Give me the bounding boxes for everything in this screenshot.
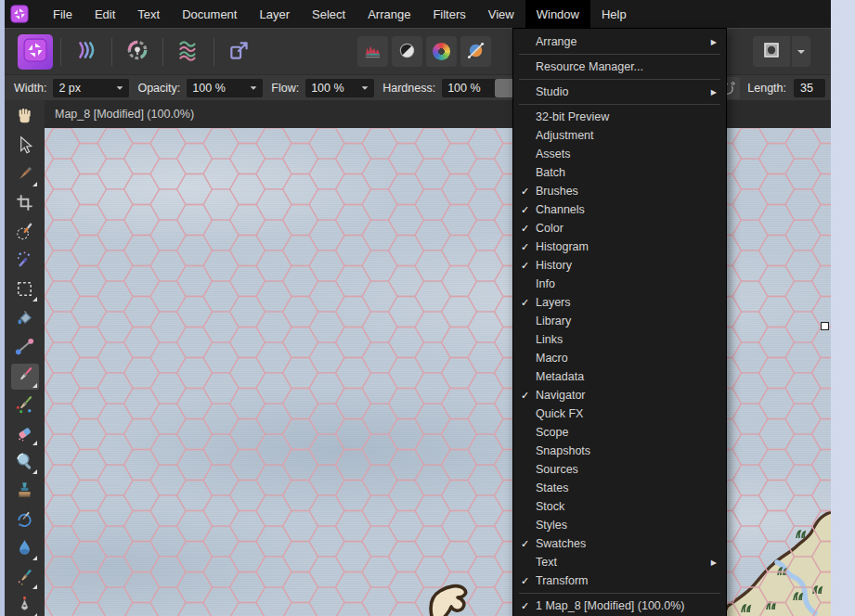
gradient-icon	[14, 336, 35, 361]
menubar-item-view[interactable]: View	[477, 0, 525, 28]
mask-preview-dropdown[interactable]	[792, 36, 810, 67]
menu-item-color[interactable]: ✓Color	[513, 219, 726, 237]
blur-brush-tool[interactable]	[11, 536, 39, 562]
menu-item-library[interactable]: Library	[513, 312, 726, 330]
menu-item-batch[interactable]: Batch	[513, 163, 726, 182]
menu-item-assets[interactable]: Assets	[513, 145, 726, 163]
contrast-button[interactable]	[392, 36, 422, 67]
develop-persona-button[interactable]	[120, 34, 155, 70]
menu-item-label: Resource Manager...	[536, 60, 719, 73]
menu-item-scope[interactable]: Scope	[513, 423, 726, 442]
menu-item-text[interactable]: Text▶	[513, 553, 726, 571]
flood-select-tool[interactable]	[11, 249, 39, 275]
menu-item-sources[interactable]: Sources	[513, 460, 726, 479]
marquee-select-tool[interactable]	[11, 277, 39, 303]
field-dropdown[interactable]: 100 %	[187, 79, 263, 97]
menu-item-snapshots[interactable]: Snapshots	[513, 442, 726, 460]
menubar-item-filters[interactable]: Filters	[421, 0, 476, 28]
crop-tool[interactable]	[11, 191, 39, 217]
eyedropper-icon	[14, 163, 35, 188]
menu-item-studio[interactable]: Studio▶	[513, 83, 726, 101]
menu-item-macro[interactable]: Macro	[513, 349, 726, 367]
menu-item-channels[interactable]: ✓Channels	[513, 200, 726, 219]
menu-item-brushes[interactable]: ✓Brushes	[513, 182, 726, 200]
menu-item-label: 32-bit Preview	[536, 110, 719, 123]
field-dropdown[interactable]: 100 %	[305, 79, 374, 97]
checkmark-icon: ✓	[521, 204, 536, 216]
menu-item-metadata[interactable]: Metadata	[513, 367, 726, 386]
menu-item-info[interactable]: Info	[513, 275, 726, 293]
view-tool[interactable]	[11, 105, 39, 131]
field-label: Width:	[14, 82, 46, 95]
menu-item-label: Library	[536, 314, 719, 327]
menu-item-states[interactable]: States	[513, 479, 726, 497]
menu-item-layers[interactable]: ✓Layers	[513, 293, 726, 312]
clone-brush-tool[interactable]	[11, 479, 39, 505]
menu-item-swatches[interactable]: ✓Swatches	[513, 534, 726, 553]
paint-brush-icon	[14, 365, 35, 390]
field-label: Flow:	[271, 82, 299, 95]
menu-item-navigator[interactable]: ✓Navigator	[513, 386, 726, 404]
chevron-down-icon	[251, 86, 257, 89]
colour-replacement-brush-tool[interactable]	[11, 392, 39, 418]
menu-item-label: Brushes	[536, 185, 719, 198]
menubar-item-arrange[interactable]: Arrange	[356, 0, 421, 28]
photo-persona-button[interactable]	[18, 34, 53, 70]
resize-handle[interactable]	[821, 322, 829, 330]
menu-item-arrange[interactable]: Arrange▶	[513, 32, 726, 51]
menu-item-label: Batch	[536, 166, 719, 179]
menubar-item-file[interactable]: File	[42, 0, 84, 28]
field-value: 100 %	[192, 82, 225, 95]
pen-tool[interactable]	[11, 594, 39, 616]
mask-preview-button[interactable]	[753, 36, 790, 67]
stamp-icon	[14, 480, 35, 505]
undo-brush-tool[interactable]	[11, 507, 39, 533]
menu-item-adjustment[interactable]: Adjustment	[513, 126, 726, 145]
selection-brush-icon	[14, 221, 35, 246]
tone-mapping-persona-button[interactable]	[171, 34, 206, 70]
colour-picker-tool[interactable]	[11, 162, 39, 188]
colour-wheel-button[interactable]	[426, 36, 457, 67]
selection-brush-tool[interactable]	[11, 220, 39, 246]
gradient-tool[interactable]	[11, 335, 39, 361]
menu-item-1-map-8-modified-100-0[interactable]: ✓1 Map_8 [Modified] (100.0%)	[513, 597, 726, 615]
menu-item-history[interactable]: ✓History	[513, 256, 726, 275]
paint-brush-tool[interactable]	[11, 364, 39, 390]
field-dropdown[interactable]: 2 px	[53, 79, 129, 97]
length-input[interactable]: 35	[794, 79, 825, 97]
menubar-item-edit[interactable]: Edit	[84, 0, 126, 28]
menu-item-links[interactable]: Links	[513, 330, 726, 349]
menu-item-label: Swatches	[536, 537, 719, 550]
menubar-item-select[interactable]: Select	[301, 0, 356, 28]
toolbar-separator	[60, 38, 61, 66]
flood-fill-tool[interactable]	[11, 306, 39, 332]
submenu-arrow-icon: ▶	[711, 38, 719, 46]
dodge-brush-tool[interactable]	[11, 450, 39, 476]
menubar-item-text[interactable]: Text	[126, 0, 171, 28]
export-persona-button[interactable]	[222, 34, 257, 70]
menu-item-resource-manager[interactable]: Resource Manager...	[513, 58, 726, 76]
menubar-item-help[interactable]: Help	[590, 0, 638, 28]
lens-icon	[14, 451, 35, 476]
menu-item-label: Stock	[536, 500, 719, 513]
menu-item-label: Channels	[536, 203, 719, 216]
histogram-button[interactable]	[357, 36, 388, 67]
menu-item-transform[interactable]: ✓Transform	[513, 571, 726, 590]
move-tool[interactable]	[11, 134, 39, 160]
field-value: 100 %	[447, 82, 480, 95]
erase-brush-tool[interactable]	[11, 421, 39, 447]
liquify-persona-button[interactable]	[69, 34, 104, 70]
menubar-item-layer[interactable]: Layer	[248, 0, 301, 28]
menu-item-styles[interactable]: Styles	[513, 516, 726, 534]
menubar-item-window[interactable]: Window	[525, 0, 590, 28]
menu-item-histogram[interactable]: ✓Histogram	[513, 237, 726, 256]
menubar-item-document[interactable]: Document	[171, 0, 248, 28]
document-tab[interactable]: Map_8 [Modified] (100.0%)	[45, 108, 194, 121]
chevron-down-icon	[117, 86, 123, 89]
retouch-ball-button[interactable]	[460, 36, 491, 67]
smudge-brush-tool[interactable]	[11, 565, 39, 591]
toolbar-separator	[162, 38, 163, 66]
menu-item-stock[interactable]: Stock	[513, 497, 726, 516]
menu-item-quick-fx[interactable]: Quick FX	[513, 404, 726, 423]
menu-item-32-bit-preview[interactable]: 32-bit Preview	[513, 108, 726, 126]
